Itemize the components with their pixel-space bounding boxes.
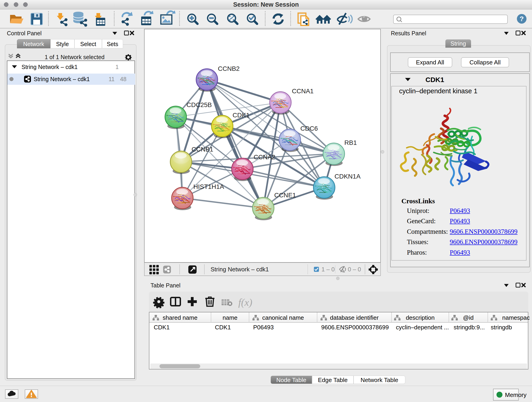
svg-text:CDC25B: CDC25B <box>186 101 212 108</box>
svg-text:CCNA2: CCNA2 <box>254 153 275 161</box>
svg-text:CCNB1: CCNB1 <box>191 146 213 153</box>
svg-text:CDKN1A: CDKN1A <box>335 173 361 180</box>
svg-text:0 – 0: 0 – 0 <box>348 266 361 273</box>
svg-text:HIST1H1A: HIST1H1A <box>193 183 224 190</box>
svg-text:f(x): f(x) <box>238 297 252 308</box>
svg-text:CDC6: CDC6 <box>300 125 318 132</box>
svg-text:CDK1: CDK1 <box>233 112 250 119</box>
svg-text:CCNA1: CCNA1 <box>292 88 314 95</box>
svg-text:CCNB2: CCNB2 <box>218 65 240 72</box>
svg-text:RB1: RB1 <box>344 139 357 146</box>
svg-text:CCNE1: CCNE1 <box>274 191 296 199</box>
svg-text:String Network – cdk1: String Network – cdk1 <box>210 266 269 273</box>
svg-text:1 – 0: 1 – 0 <box>322 266 335 273</box>
